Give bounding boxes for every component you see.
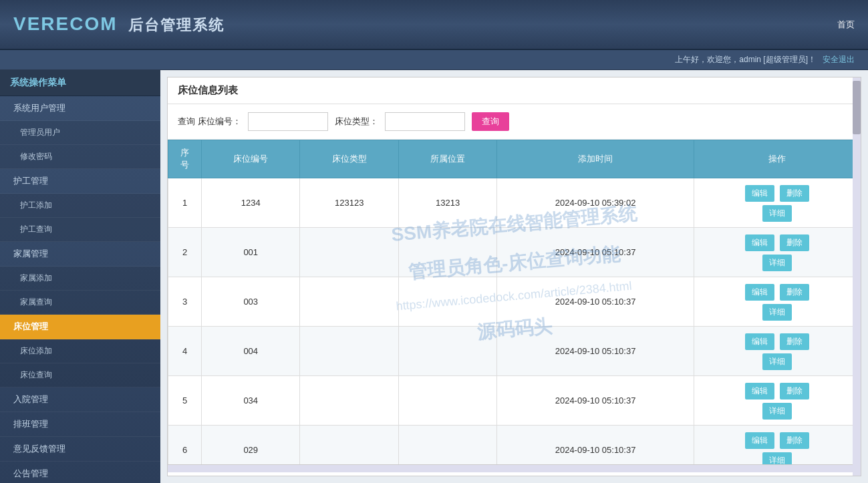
cell-time: 2024-09-10 05:10:37 [497,228,694,277]
cell-action: 编辑 删除 详细 [694,426,860,465]
cell-seq: 1 [168,178,202,228]
logo-vere: VERECOM [13,13,118,34]
cell-type [300,277,398,327]
cell-time: 2024-09-10 05:10:37 [497,327,694,376]
detail-button[interactable]: 详细 [762,255,792,271]
sidebar-title: 系统操作菜单 [0,70,160,96]
sidebar-item-bed-mgmt[interactable]: 床位管理 [0,315,160,339]
edit-button[interactable]: 编辑 [745,333,774,350]
delete-button[interactable]: 删除 [780,333,809,350]
cell-location [398,277,496,327]
sidebar-item-bed-query[interactable]: 床位查询 [0,363,160,387]
cell-location [398,376,496,426]
topbar: 上午好，欢迎您，admin [超级管理员]！ 安全退出 [0,50,868,70]
cell-time: 2024-09-10 05:10:37 [497,426,694,465]
delete-button[interactable]: 删除 [780,185,809,202]
table-container: 序号 床位编号 床位类型 所属位置 添加时间 操作 1 1234 123123 … [168,140,861,464]
header-nav: 首页 [837,19,855,31]
cell-action: 编辑 删除 详细 [694,376,860,426]
cell-seq: 4 [168,327,202,376]
col-seq: 序号 [168,140,202,178]
cell-time: 2024-09-10 05:10:37 [497,376,694,426]
search-label-type: 床位类型： [335,116,378,128]
col-code: 床位编号 [202,140,300,178]
search-input-code[interactable] [248,112,328,131]
cell-seq: 6 [168,426,202,465]
cell-seq: 2 [168,228,202,277]
header: VERECOM 后台管理系统 首页 [0,0,868,50]
edit-button[interactable]: 编辑 [745,383,774,399]
sidebar-item-family-mgmt[interactable]: 家属管理 [0,242,160,267]
vertical-scrollbar[interactable] [853,77,861,476]
detail-button[interactable]: 详细 [762,353,792,370]
edit-button[interactable]: 编辑 [745,234,774,251]
main-content: 床位信息列表 查询 床位编号： 床位类型： 查询 SSM养老院在线智能管理系统 … [160,70,868,483]
sidebar-item-admission-mgmt[interactable]: 入院管理 [0,387,160,412]
table-row: 5 034 2024-09-10 05:10:37 编辑 删除 详细 [168,376,861,426]
cell-action: 编辑 删除 详细 [694,327,860,376]
cell-code: 004 [202,327,300,376]
cell-location [398,327,496,376]
delete-button[interactable]: 删除 [780,234,809,251]
sidebar-item-nurse-mgmt[interactable]: 护工管理 [0,169,160,194]
sidebar-item-nurse-query[interactable]: 护工查询 [0,218,160,242]
edit-button[interactable]: 编辑 [745,185,774,202]
search-bar: 查询 床位编号： 床位类型： 查询 [168,104,861,140]
detail-button[interactable]: 详细 [762,304,792,321]
content-panel: 床位信息列表 查询 床位编号： 床位类型： 查询 SSM养老院在线智能管理系统 … [167,77,861,476]
edit-button[interactable]: 编辑 [745,284,774,301]
edit-button[interactable]: 编辑 [745,432,774,449]
cell-location [398,426,496,465]
cell-code: 034 [202,376,300,426]
sidebar-item-change-password[interactable]: 修改密码 [0,145,160,169]
cell-location [398,228,496,277]
search-input-type[interactable] [385,112,465,131]
detail-button[interactable]: 详细 [762,205,792,222]
horizontal-scrollbar[interactable] [168,464,861,472]
col-location: 所属位置 [398,140,496,178]
col-type: 床位类型 [300,140,398,178]
col-action: 操作 [694,140,860,178]
cell-action: 编辑 删除 详细 [694,277,860,327]
cell-type [300,426,398,465]
sidebar-item-family-add[interactable]: 家属添加 [0,267,160,291]
cell-time: 2024-09-10 05:10:37 [497,277,694,327]
sidebar-item-nurse-add[interactable]: 护工添加 [0,194,160,218]
sidebar-item-family-query[interactable]: 家属查询 [0,291,160,315]
cell-seq: 5 [168,376,202,426]
table-row: 2 001 2024-09-10 05:10:37 编辑 删除 详细 [168,228,861,277]
scroll-thumb[interactable] [853,81,861,134]
cell-code: 1234 [202,178,300,228]
search-label-code: 查询 床位编号： [178,116,241,128]
cell-type: 123123 [300,178,398,228]
panel-header: 床位信息列表 [168,77,861,104]
home-link[interactable]: 首页 [837,19,855,29]
sidebar-item-admin-user[interactable]: 管理员用户 [0,121,160,145]
sidebar-item-schedule-mgmt[interactable]: 排班管理 [0,412,160,437]
table-row: 6 029 2024-09-10 05:10:37 编辑 删除 详细 [168,426,861,465]
sidebar-item-system-user[interactable]: 系统用户管理 [0,96,160,121]
delete-button[interactable]: 删除 [780,383,809,399]
sidebar-item-notice-mgmt[interactable]: 公告管理 [0,462,160,483]
cell-code: 001 [202,228,300,277]
cell-location: 13213 [398,178,496,228]
greeting-text: 上午好，欢迎您，admin [超级管理员]！ [675,54,816,65]
logout-link[interactable]: 安全退出 [823,54,855,65]
detail-button[interactable]: 详细 [762,403,792,420]
cell-time: 2024-09-10 05:39:02 [497,178,694,228]
col-time: 添加时间 [497,140,694,178]
table-row: 4 004 2024-09-10 05:10:37 编辑 删除 详细 [168,327,861,376]
cell-code: 029 [202,426,300,465]
sidebar-item-feedback-mgmt[interactable]: 意见反馈管理 [0,437,160,462]
delete-button[interactable]: 删除 [780,432,809,449]
cell-seq: 3 [168,277,202,327]
cell-code: 003 [202,277,300,327]
delete-button[interactable]: 删除 [780,284,809,301]
cell-type [300,327,398,376]
table-row: 3 003 2024-09-10 05:10:37 编辑 删除 详细 [168,277,861,327]
search-button[interactable]: 查询 [472,112,509,131]
detail-button[interactable]: 详细 [762,452,792,464]
sidebar-item-bed-add[interactable]: 床位添加 [0,339,160,363]
layout: 系统操作菜单 系统用户管理 管理员用户 修改密码 护工管理 护工添加 护工查询 … [0,70,868,483]
bed-table: 序号 床位编号 床位类型 所属位置 添加时间 操作 1 1234 123123 … [168,140,861,464]
